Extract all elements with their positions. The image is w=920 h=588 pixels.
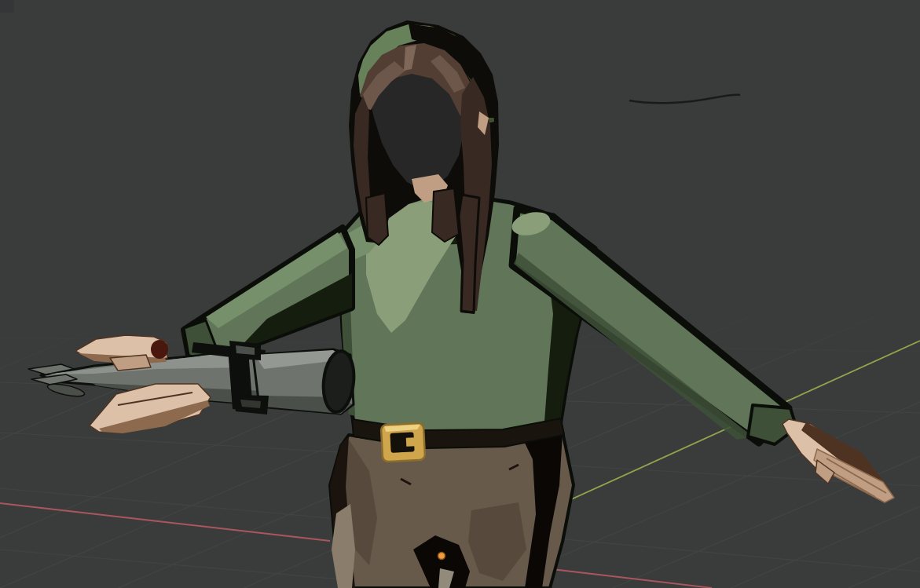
corner-patch [0,0,14,13]
hair-strand-front-left [366,193,388,245]
left-thumb [110,355,151,371]
hair-strand-front-mid [432,188,459,242]
viewport-3d[interactable] [0,0,920,588]
viewport-canvas[interactable] [0,0,920,588]
belt-buckle [381,423,425,462]
buckle-tab [406,437,416,447]
origin-point[interactable] [438,553,445,560]
pants [330,432,574,588]
sleeve-opening-hole [151,340,168,359]
